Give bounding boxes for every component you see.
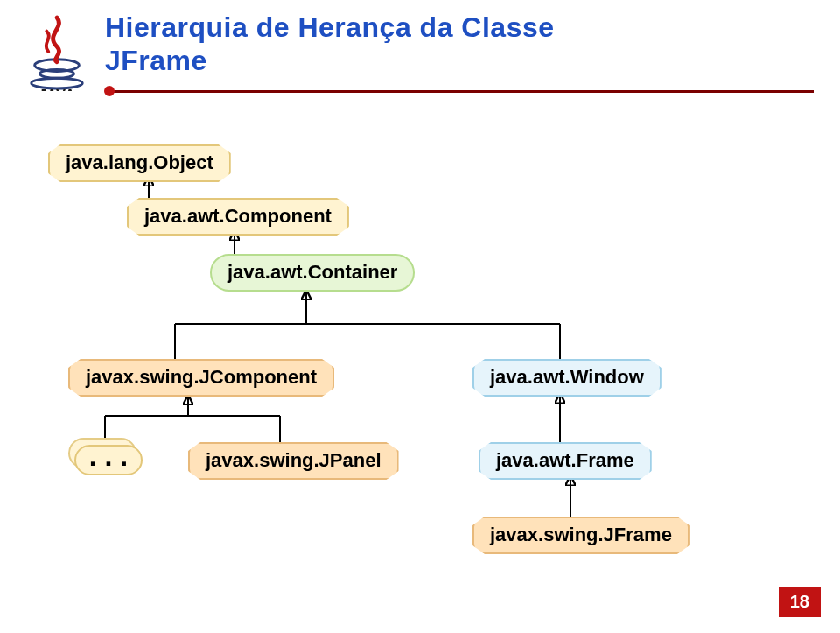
- node-label: java.lang.Object: [66, 151, 214, 173]
- slide-page: JAVA Hierarquia de Herança da Classe JFr…: [0, 0, 840, 633]
- node-jpanel: javax.swing.JPanel: [188, 442, 399, 480]
- title-line-1: Hierarquia de Herança da Classe: [105, 11, 555, 43]
- node-object: java.lang.Object: [48, 144, 231, 182]
- svg-text:JAVA: JAVA: [38, 87, 75, 91]
- node-container: java.awt.Container: [210, 254, 415, 292]
- node-label: java.awt.Component: [144, 205, 332, 227]
- node-label: java.awt.Container: [228, 261, 397, 283]
- node-label: java.awt.Frame: [496, 449, 634, 471]
- page-number-badge: 18: [779, 587, 821, 617]
- title-divider-dot: [104, 86, 115, 96]
- node-component: java.awt.Component: [127, 198, 349, 236]
- page-title: Hierarquia de Herança da Classe JFrame: [105, 11, 555, 78]
- node-frame: java.awt.Frame: [479, 442, 652, 480]
- node-jcomponent: javax.swing.JComponent: [68, 359, 334, 397]
- node-window: java.awt.Window: [472, 359, 662, 397]
- connector-lines: [0, 0, 840, 633]
- node-ellipsis: . . .: [74, 445, 143, 475]
- title-line-2: JFrame: [105, 45, 207, 76]
- node-jframe: javax.swing.JFrame: [472, 517, 690, 554]
- node-label: javax.swing.JComponent: [86, 366, 317, 388]
- node-label: javax.swing.JPanel: [206, 449, 382, 471]
- page-number: 18: [790, 592, 809, 611]
- node-label: java.awt.Window: [490, 366, 644, 388]
- java-logo: JAVA: [23, 12, 91, 95]
- node-label: javax.swing.JFrame: [490, 524, 672, 545]
- node-label: . . .: [89, 440, 128, 472]
- title-divider-line: [109, 90, 814, 93]
